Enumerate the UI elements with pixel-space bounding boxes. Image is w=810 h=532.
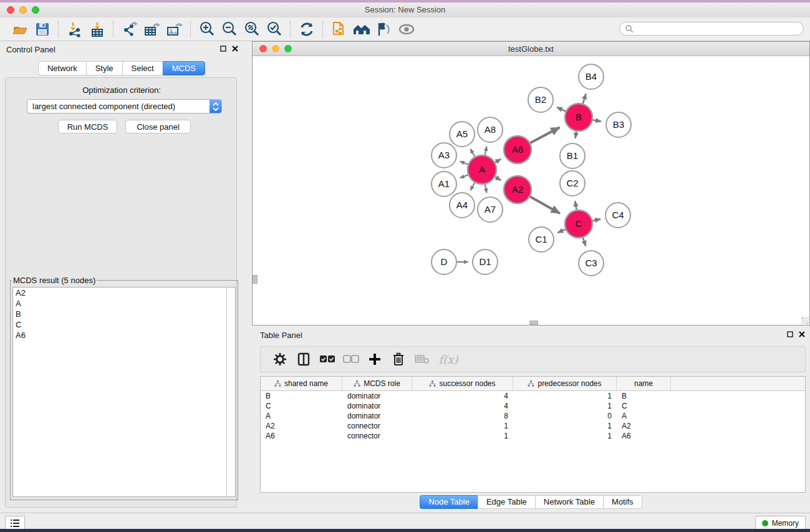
result-scrollbar[interactable] — [226, 288, 235, 496]
graph-edge-B-B2[interactable] — [557, 107, 566, 112]
cell-shared_name: B — [261, 391, 342, 401]
result-item[interactable]: A — [13, 298, 235, 309]
toolbar-separator — [58, 21, 59, 37]
graph-edge-A-A7[interactable] — [485, 185, 487, 193]
graph-edge-A-A3[interactable] — [460, 162, 468, 165]
graph-edge-C-C4[interactable] — [592, 219, 600, 221]
home-icon[interactable] — [350, 20, 373, 39]
table-row[interactable]: Cdominator41C — [261, 401, 805, 411]
graph-edge-A2-C[interactable] — [530, 196, 560, 213]
zoom-out-icon[interactable] — [218, 20, 241, 39]
graph-edge-B-B3[interactable] — [593, 120, 601, 122]
function-builder-icon: f(x) — [434, 350, 463, 369]
save-session-icon[interactable] — [31, 20, 54, 39]
graph-edge-C-C3[interactable] — [583, 238, 586, 246]
graph-edge-A-A2[interactable] — [495, 177, 501, 180]
column-header-shared-name[interactable]: shared name — [261, 377, 342, 390]
column-header-predecessor-nodes[interactable]: predecessor nodes — [513, 377, 617, 390]
toolbar-separator — [113, 21, 114, 37]
show-columns-icon[interactable] — [292, 350, 316, 369]
tab-network[interactable]: Network — [38, 61, 86, 75]
table-row[interactable]: A6connector11A6 — [261, 431, 805, 441]
network-window-titlebar[interactable]: testGlobe.txt — [253, 42, 809, 56]
search-input[interactable] — [636, 24, 803, 34]
canvas-scroll-nub-vertical[interactable] — [253, 275, 258, 284]
network-graph[interactable]: B4B2BB3B1A5A8A6A3AA1A2C2A4A7CC4C1C3DD1 — [253, 56, 809, 325]
canvas-scroll-nub-horizontal[interactable] — [529, 321, 538, 325]
run-mcds-button[interactable]: Run MCDS — [58, 120, 117, 133]
result-item[interactable]: C — [13, 319, 235, 330]
memory-label: Memory — [772, 519, 799, 528]
graph-edge-A-A4[interactable] — [470, 183, 475, 190]
import-network-icon[interactable] — [64, 20, 86, 39]
zoom-selected-icon[interactable] — [263, 20, 286, 39]
graph-edge-C-C2[interactable] — [575, 201, 576, 210]
optimization-criterion-label: Optimization criterion: — [0, 85, 243, 95]
export-network-icon[interactable] — [118, 20, 141, 39]
zoom-fit-icon[interactable] — [241, 20, 263, 39]
import-table-icon[interactable] — [86, 20, 108, 39]
column-header-name[interactable]: name — [617, 377, 671, 390]
tab-motifs[interactable]: Motifs — [603, 495, 642, 509]
node-table[interactable]: shared nameMCDS rolesuccessor nodesprede… — [260, 376, 806, 493]
table-row[interactable]: A2connector11A2 — [261, 421, 805, 431]
show-graphics-icon[interactable] — [395, 20, 418, 39]
table-row[interactable]: Adominator80A — [261, 411, 805, 421]
mcds-result-list[interactable]: A2ABCA6 — [12, 287, 236, 497]
close-panel-button[interactable]: Close panel — [125, 120, 191, 133]
network-from-file-icon[interactable] — [328, 20, 350, 39]
column-header-successor-nodes[interactable]: successor nodes — [412, 377, 513, 390]
close-panel-icon[interactable] — [232, 46, 238, 52]
export-table-icon[interactable] — [141, 20, 163, 39]
cell-name: A6 — [617, 431, 671, 441]
graph-edge-A6-B[interactable] — [530, 127, 559, 143]
close-table-panel-icon[interactable] — [799, 331, 805, 337]
desktop-wallpaper-strip — [0, 529, 810, 532]
graph-edge-C-C1[interactable] — [557, 230, 565, 233]
tab-node-table[interactable]: Node Table — [420, 495, 478, 509]
graph-edge-B-B4[interactable] — [583, 94, 586, 104]
delete-table-icon — [410, 350, 434, 369]
graph-edge-B-B1[interactable] — [576, 132, 577, 138]
tab-network-table[interactable]: Network Table — [535, 495, 603, 509]
window-resize-grip[interactable] — [801, 317, 809, 324]
cell-name: A — [617, 411, 671, 421]
float-table-panel-icon[interactable] — [787, 331, 793, 337]
add-column-icon[interactable] — [363, 350, 387, 369]
graph-edge-A-A8[interactable] — [485, 147, 487, 155]
result-item[interactable]: A6 — [13, 330, 235, 341]
hide-graphics-icon[interactable] — [373, 20, 395, 39]
column-header-MCDS-role[interactable]: MCDS role — [342, 377, 412, 390]
graph-node-label-B: B — [576, 112, 582, 122]
criterion-select[interactable]: largest connected component (directed) — [27, 99, 222, 114]
memory-status-icon — [762, 520, 768, 526]
result-item[interactable]: A2 — [13, 288, 235, 298]
criterion-selected-value: largest connected component (directed) — [27, 102, 210, 111]
tab-select[interactable]: Select — [122, 61, 163, 75]
graph-node-label-C: C — [576, 218, 582, 229]
network-canvas[interactable]: B4B2BB3B1A5A8A6A3AA1A2C2A4A7CC4C1C3DD1 — [253, 56, 809, 325]
table-row[interactable]: Bdominator41B — [261, 391, 805, 401]
graph-edge-A-A5[interactable] — [470, 149, 475, 157]
main-toolbar — [0, 17, 810, 41]
tab-mcds[interactable]: MCDS — [163, 61, 205, 75]
tab-edge-table[interactable]: Edge Table — [478, 495, 535, 509]
deselect-all-icon[interactable] — [339, 350, 363, 369]
table-settings-gear-icon[interactable] — [268, 350, 292, 369]
table-panel-tabs: Node TableEdge TableNetwork TableMotifs — [252, 495, 810, 509]
zoom-in-icon[interactable] — [196, 20, 218, 39]
open-session-icon[interactable] — [9, 20, 31, 39]
list-icon — [10, 519, 20, 528]
graph-edge-A-A1[interactable] — [460, 175, 468, 178]
toolbar-separator — [290, 21, 291, 37]
refresh-icon[interactable] — [296, 20, 318, 39]
graph-edge-A-A6[interactable] — [495, 159, 501, 162]
export-image-icon[interactable] — [163, 20, 186, 39]
cell-mcds_role: dominator — [342, 391, 412, 401]
result-item[interactable]: B — [13, 309, 235, 319]
tab-style[interactable]: Style — [86, 61, 122, 75]
select-all-icon[interactable] — [316, 350, 339, 369]
float-panel-icon[interactable] — [220, 46, 226, 52]
graph-node-label-A8: A8 — [485, 124, 496, 135]
delete-column-trash-icon[interactable] — [387, 350, 410, 369]
